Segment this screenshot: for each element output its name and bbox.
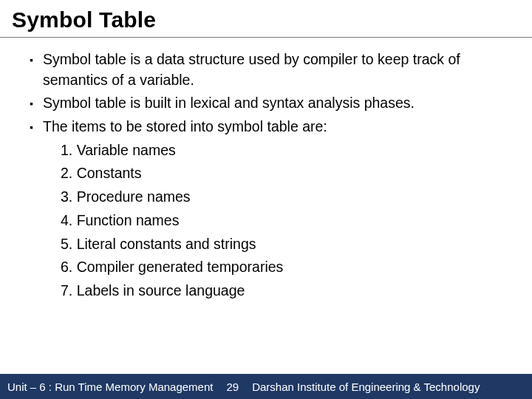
- bullet-text: Symbol table is built in lexical and syn…: [43, 93, 511, 114]
- item-num: 6.: [61, 259, 77, 275]
- bullet-text: Symbol table is a data structure used by…: [43, 50, 511, 90]
- item-text: Constants: [77, 165, 142, 181]
- bullet-text: The items to be stored into symbol table…: [43, 117, 511, 137]
- item-num: 4.: [61, 212, 77, 228]
- list-item: 2. Constants: [61, 163, 511, 184]
- numbered-list: 1. Variable names 2. Constants 3. Proced…: [61, 140, 511, 301]
- list-item: 3. Procedure names: [61, 187, 511, 208]
- bullet-item: ▪ Symbol table is built in lexical and s…: [30, 93, 511, 114]
- list-item: 6. Compiler generated temporaries: [61, 257, 511, 278]
- footer-page-number: 29: [213, 381, 252, 393]
- footer-unit: Unit – 6 : Run Time Memory Management: [0, 381, 213, 393]
- slide: Symbol Table ▪ Symbol table is a data st…: [0, 0, 532, 399]
- item-text: Variable names: [77, 142, 176, 158]
- item-num: 5.: [61, 236, 77, 252]
- item-num: 7.: [61, 282, 77, 299]
- item-num: 2.: [61, 165, 77, 181]
- item-text: Compiler generated temporaries: [77, 259, 284, 275]
- item-text: Function names: [77, 212, 180, 228]
- slide-content: ▪ Symbol table is a data structure used …: [0, 38, 532, 301]
- list-item: 1. Variable names: [61, 140, 511, 161]
- item-text: Labels in source language: [77, 282, 245, 299]
- item-num: 3.: [61, 188, 77, 205]
- footer-bar: Unit – 6 : Run Time Memory Management 29…: [0, 374, 532, 399]
- footer-institute: Darshan Institute of Engineering & Techn…: [252, 381, 480, 393]
- list-item: 5. Literal constants and strings: [61, 234, 511, 255]
- bullet-marker-icon: ▪: [30, 50, 43, 68]
- list-item: 7. Labels in source language: [61, 281, 511, 301]
- slide-title: Symbol Table: [0, 0, 532, 38]
- bullet-item: ▪ The items to be stored into symbol tab…: [30, 117, 511, 137]
- bullet-marker-icon: ▪: [30, 93, 43, 112]
- item-text: Literal constants and strings: [77, 236, 256, 252]
- item-num: 1.: [61, 142, 77, 158]
- bullet-item: ▪ Symbol table is a data structure used …: [30, 50, 511, 90]
- list-item: 4. Function names: [61, 211, 511, 231]
- item-text: Procedure names: [77, 188, 191, 205]
- bullet-marker-icon: ▪: [30, 117, 43, 135]
